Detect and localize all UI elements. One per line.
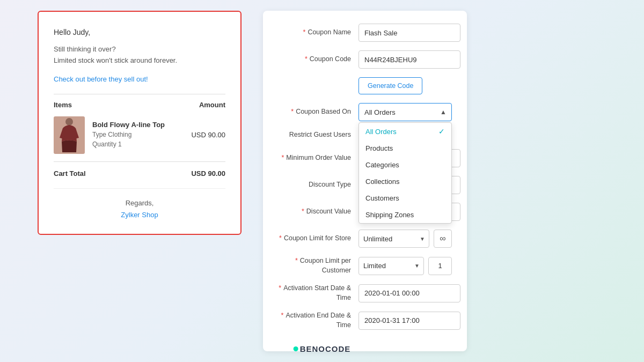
- benocode-brand: BENOCODE: [300, 344, 351, 353]
- dropdown-item-products[interactable]: Products: [359, 140, 451, 157]
- benocode-dot-icon: [294, 346, 298, 351]
- required-star-9: *: [281, 312, 284, 319]
- email-cta-link[interactable]: Check out before they sell out!: [54, 75, 225, 83]
- dropdown-item-customers[interactable]: Customers: [359, 190, 451, 206]
- cart-total-row: Cart Total USD 90.00: [54, 161, 225, 178]
- amount-column-header: Amount: [199, 101, 225, 109]
- dropdown-item-categories[interactable]: Categories: [359, 157, 451, 173]
- benocode-footer: BENOCODE: [294, 344, 351, 353]
- coupon-limit-customer-input[interactable]: [428, 257, 452, 275]
- required-star-5: *: [302, 208, 304, 215]
- coupon-name-row: *Coupon Name: [278, 24, 452, 42]
- activation-end-label: *Activation End Date & Time: [278, 311, 358, 330]
- cart-total-value: USD 90.00: [191, 169, 225, 178]
- item-type-value: Clothing: [108, 131, 131, 138]
- email-regards: Regards,: [54, 197, 225, 209]
- activation-start-row: *Activation Start Date & Time: [278, 284, 452, 302]
- required-star-8: *: [279, 284, 281, 292]
- coupon-limit-customer-select[interactable]: Limited: [358, 257, 424, 275]
- activation-start-label: *Activation Start Date & Time: [278, 284, 358, 302]
- email-preview: Hello Judy, Still thinking it over? Limi…: [38, 11, 241, 235]
- email-body-line2: Limited stock won't stick around forever…: [54, 56, 177, 64]
- activation-end-input[interactable]: [358, 312, 460, 330]
- coupon-limit-customer-label: *Coupon Limit per Customer: [278, 256, 358, 275]
- dropdown-item-shipping-zones[interactable]: Shipping Zones: [359, 206, 451, 223]
- items-column-header: Items: [54, 101, 72, 109]
- coupon-based-on-select-wrapper: All Orders ▲: [358, 103, 452, 121]
- item-name: Bold Flowy A-line Top: [92, 121, 184, 129]
- infinity-button[interactable]: ∞: [434, 230, 452, 248]
- dropdown-item-collections[interactable]: Collections: [359, 173, 451, 190]
- email-items-header: Items Amount: [54, 101, 225, 109]
- check-icon: ✓: [438, 127, 445, 136]
- email-body: Still thinking it over? Limited stock wo…: [54, 44, 225, 67]
- dropdown-item-all-orders[interactable]: All Orders ✓: [359, 123, 451, 140]
- generate-code-button[interactable]: Generate Code: [358, 77, 422, 94]
- cart-total-label: Cart Total: [54, 169, 86, 178]
- item-meta: Type Clothing Quantity 1: [92, 130, 184, 149]
- coupon-based-on-row: *Coupon Based On All Orders ▲ All Orders…: [278, 103, 452, 121]
- activation-end-row: *Activation End Date & Time: [278, 311, 452, 330]
- item-qty-value: 1: [118, 141, 122, 148]
- coupon-limit-store-controls: Unlimited ▼ ∞: [358, 230, 452, 248]
- email-footer: Regards, Zylker Shop: [54, 188, 225, 221]
- coupon-based-on-select[interactable]: All Orders: [358, 103, 452, 121]
- coupon-form: *Coupon Name *Coupon Code Generate Code …: [263, 11, 467, 351]
- min-order-label: *Minimum Order Value: [278, 153, 358, 163]
- coupon-code-input[interactable]: [358, 50, 460, 69]
- required-star-4: *: [281, 154, 284, 161]
- coupon-based-on-label: *Coupon Based On: [278, 107, 358, 117]
- discount-value-label: *Discount Value: [278, 207, 358, 217]
- required-star-2: *: [305, 55, 308, 63]
- item-type-label: Type: [92, 131, 106, 138]
- coupon-based-on-dropdown: All Orders ✓ Products Categories Collect…: [358, 122, 452, 224]
- required-star-6: *: [279, 234, 282, 242]
- coupon-limit-customer-row: *Coupon Limit per Customer Limited ▼: [278, 256, 452, 275]
- restrict-guest-label: Restrict Guest Users: [278, 130, 358, 140]
- email-greeting: Hello Judy,: [54, 28, 225, 36]
- coupon-name-label: *Coupon Name: [278, 28, 358, 38]
- coupon-limit-store-label: *Coupon Limit for Store: [278, 234, 358, 243]
- required-star-3: *: [291, 108, 294, 115]
- activation-start-input[interactable]: [358, 284, 460, 302]
- coupon-code-label: *Coupon Code: [278, 55, 358, 64]
- discount-type-label: Discount Type: [278, 180, 358, 190]
- required-star: *: [303, 28, 306, 36]
- item-details: Bold Flowy A-line Top Type Clothing Quan…: [92, 121, 184, 149]
- coupon-limit-store-row: *Coupon Limit for Store Unlimited ▼ ∞: [278, 230, 452, 248]
- coupon-limit-customer-controls: Limited ▼: [358, 257, 452, 275]
- email-shop-link[interactable]: Zylker Shop: [121, 211, 158, 219]
- svg-point-0: [65, 118, 73, 125]
- coupon-code-row: *Coupon Code: [278, 50, 452, 69]
- email-item-row: Bold Flowy A-line Top Type Clothing Quan…: [54, 116, 225, 154]
- email-body-line1: Still thinking it over?: [54, 45, 116, 53]
- required-star-7: *: [295, 257, 298, 264]
- item-image: [54, 116, 85, 154]
- coupon-limit-store-select[interactable]: Unlimited: [358, 230, 429, 248]
- item-qty-label: Quantity: [92, 141, 116, 148]
- item-price: USD 90.00: [191, 131, 225, 139]
- coupon-name-input[interactable]: [358, 24, 460, 42]
- email-items-table: Items Amount Bold Flowy A-line Top: [54, 94, 225, 154]
